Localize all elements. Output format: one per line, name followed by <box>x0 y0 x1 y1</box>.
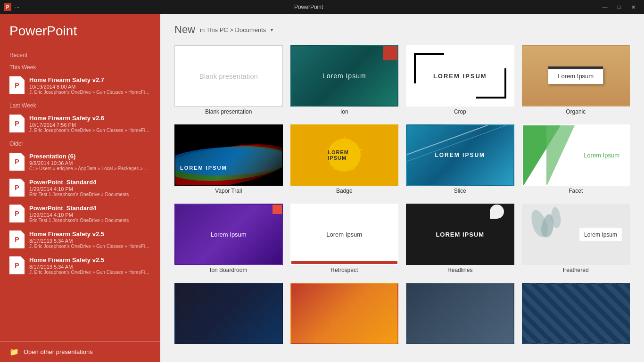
app-title: PowerPoint <box>0 24 160 48</box>
file-path-0: J. Eric Josephson's OneDrive » Gun Class… <box>29 90 151 95</box>
template-thumb-ion: Lorem Ipsum <box>290 45 399 107</box>
recent-item-2[interactable]: P Presentation (6) 9/9/2014 10:36 AM C: … <box>0 149 160 175</box>
template-orange[interactable] <box>290 283 399 346</box>
template-badge[interactable]: LOREM IPSUM Badge <box>290 124 399 194</box>
template-ion[interactable]: Lorem Ipsum Ion <box>290 45 399 115</box>
recent-item-6[interactable]: P Home Firearm Safety v2.5 8/17/2013 5:3… <box>0 253 160 279</box>
title-bar-menu[interactable]: ··· <box>15 4 19 10</box>
blank-text: Blank presentation <box>199 71 258 81</box>
template-label-vapor: Vapor Trail <box>174 188 283 194</box>
template-vapor[interactable]: LOREM IPSUM Vapor Trail <box>174 124 283 194</box>
template-thumb-slice: LOREM IPSUM <box>406 124 514 186</box>
file-name-6: Home Firearm Safety v2.5 <box>29 256 151 263</box>
file-name-4: PowerPoint_Standard4 <box>29 205 151 212</box>
file-name-3: PowerPoint_Standard4 <box>29 179 151 186</box>
template-ionboard[interactable]: Lorem Ipsum Ion Boardroom <box>174 204 283 273</box>
facet-text: Lorem Ipsum <box>584 152 619 159</box>
file-date-2: 9/9/2014 10:36 AM <box>29 160 151 166</box>
template-label-facet: Facet <box>522 188 630 194</box>
recent-item-1[interactable]: P Home Firearm Safety v2.6 10/17/2014 7:… <box>0 111 160 137</box>
folder-icon: 📁 <box>9 347 19 356</box>
title-bar: P ··· PowerPoint — □ ✕ <box>0 0 644 14</box>
file-path-3: Eric Test 1 Josephson's OneDrive » Docum… <box>29 192 151 197</box>
maximize-button[interactable]: □ <box>612 2 626 12</box>
template-thumb-badge: LOREM IPSUM <box>290 124 399 186</box>
minimize-button[interactable]: — <box>598 2 612 12</box>
template-label-ion: Ion <box>290 108 399 115</box>
template-pattern[interactable] <box>522 283 630 346</box>
open-other-label: Open other presentations <box>24 348 93 355</box>
template-dark2[interactable] <box>406 283 514 346</box>
template-retro[interactable]: Lorem Ipsum Retrospect <box>290 204 399 273</box>
content-header: New in This PC > Documents ▾ <box>174 24 630 36</box>
template-thumb-ionboard: Lorem Ipsum <box>174 204 283 265</box>
template-label-blank: Blank presentation <box>174 108 283 115</box>
file-name-5: Home Firearm Safety v2.5 <box>29 230 151 238</box>
template-label-headlines: Headlines <box>406 267 514 273</box>
file-date-5: 8/17/2013 5:34 AM <box>29 238 151 244</box>
this-week-label: This Week <box>0 60 160 73</box>
file-date-0: 10/19/2014 8:00 AM <box>29 84 151 90</box>
feathered-text: Lorem Ipsum <box>584 231 617 238</box>
file-path-5: J. Eric Josephson's OneDrive » Gun Class… <box>29 244 151 249</box>
slice-text: LOREM IPSUM <box>435 152 485 158</box>
template-blank[interactable]: Blank presentation Blank presentation <box>174 45 283 115</box>
template-thumb-vapor: LOREM IPSUM <box>174 124 283 186</box>
file-icon-6: P <box>9 256 25 274</box>
retro-text: Lorem Ipsum <box>326 231 362 238</box>
file-icon-3: P <box>9 179 25 197</box>
template-dark1[interactable] <box>174 283 283 346</box>
template-crop[interactable]: LOREM IPSUM Crop <box>406 45 514 115</box>
recent-item-4[interactable]: P PowerPoint_Standard4 1/29/2014 4:10 PM… <box>0 201 160 227</box>
chevron-down-icon: ▾ <box>271 27 273 33</box>
template-thumb-feathered: Lorem Ipsum <box>522 204 630 265</box>
template-thumb-headlines: LOREM IPSUM <box>406 204 514 265</box>
template-thumb-retro: Lorem Ipsum <box>290 204 399 265</box>
recent-label: Recent <box>0 48 160 60</box>
template-label-feathered: Feathered <box>522 267 630 273</box>
organic-text: Lorem Ipsum <box>558 73 594 80</box>
template-label-badge: Badge <box>290 188 399 194</box>
vapor-text: LOREM IPSUM <box>180 165 227 171</box>
ionboard-text: Lorem Ipsum <box>211 231 247 238</box>
file-icon-4: P <box>9 205 25 222</box>
file-date-6: 8/17/2013 5:34 AM <box>29 264 151 270</box>
template-thumb-organic: Lorem Ipsum <box>522 45 630 107</box>
content-area: New in This PC > Documents ▾ Blank prese… <box>160 14 644 362</box>
ion-text: Lorem Ipsum <box>322 72 366 80</box>
template-thumb-orange <box>290 283 399 344</box>
main-layout: PowerPoint Recent This Week P Home Firea… <box>0 14 644 362</box>
template-facet[interactable]: Lorem Ipsum Facet <box>522 124 630 194</box>
template-slice[interactable]: LOREM IPSUM Slice <box>406 124 514 194</box>
template-thumb-crop: LOREM IPSUM <box>406 45 514 107</box>
crop-text: LOREM IPSUM <box>433 73 487 80</box>
window-controls: — □ ✕ <box>598 2 640 12</box>
headlines-text: LOREM IPSUM <box>436 231 484 238</box>
file-icon-1: P <box>9 115 25 132</box>
file-name-1: Home Firearm Safety v2.6 <box>29 115 151 122</box>
template-thumb-facet: Lorem Ipsum <box>522 124 630 186</box>
file-path-2: C: » Users » ericjose » AppData » Local … <box>29 166 151 171</box>
template-label-slice: Slice <box>406 188 514 194</box>
badge-text: LOREM IPSUM <box>328 149 361 161</box>
open-other-button[interactable]: 📁 Open other presentations <box>0 341 160 362</box>
template-grid: Blank presentation Blank presentation Lo… <box>174 45 630 346</box>
file-path-6: J. Eric Josephson's OneDrive » Gun Class… <box>29 270 151 275</box>
new-label: New <box>174 24 195 36</box>
window-title: PowerPoint <box>19 4 598 10</box>
file-path-1: J. Eric Josephson's OneDrive » Gun Class… <box>29 128 151 133</box>
file-name-0: Home Firearm Safety v2.7 <box>29 76 151 83</box>
recent-item-3[interactable]: P PowerPoint_Standard4 1/29/2014 4:10 PM… <box>0 175 160 201</box>
older-label: Older <box>0 137 160 149</box>
location-selector[interactable]: in This PC > Documents <box>200 26 266 33</box>
file-icon-5: P <box>9 230 25 248</box>
file-date-1: 10/17/2014 7:56 PM <box>29 122 151 128</box>
close-button[interactable]: ✕ <box>626 2 640 12</box>
title-bar-left: P ··· <box>4 3 19 11</box>
template-headlines[interactable]: LOREM IPSUM Headlines <box>406 204 514 273</box>
recent-item-5[interactable]: P Home Firearm Safety v2.5 8/17/2013 5:3… <box>0 227 160 253</box>
template-thumb-blank: Blank presentation <box>174 45 283 107</box>
template-organic[interactable]: Lorem Ipsum Organic <box>522 45 630 115</box>
template-feathered[interactable]: Lorem Ipsum Feathered <box>522 204 630 273</box>
recent-item-0[interactable]: P Home Firearm Safety v2.7 10/19/2014 8:… <box>0 73 160 99</box>
